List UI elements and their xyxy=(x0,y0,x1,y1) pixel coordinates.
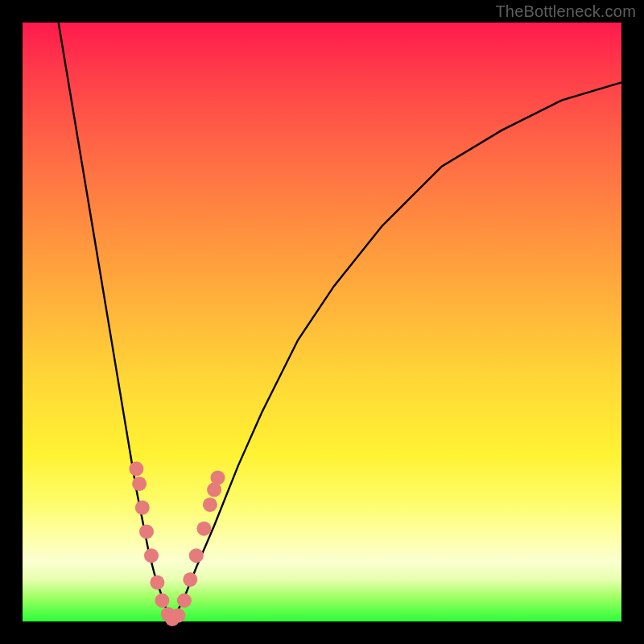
watermark-text: TheBottleneck.com xyxy=(495,2,636,21)
curve-layer xyxy=(23,23,621,621)
curve-left-branch xyxy=(59,23,172,621)
chart-frame: TheBottleneck.com xyxy=(0,0,644,644)
marker-dot xyxy=(150,576,164,590)
marker-dot xyxy=(132,477,147,491)
marker-dot xyxy=(211,470,225,485)
marker-dot xyxy=(129,461,143,476)
marker-dot xyxy=(155,593,169,608)
marker-dot xyxy=(203,497,217,512)
marker-dot xyxy=(135,501,150,515)
marker-dot xyxy=(177,593,192,608)
marker-dot xyxy=(183,572,197,587)
marker-dot xyxy=(171,609,185,623)
marker-dot xyxy=(196,522,211,536)
marker-dot xyxy=(144,548,159,563)
plot-area xyxy=(23,23,621,621)
marker-group xyxy=(129,461,225,626)
marker-dot xyxy=(189,548,204,563)
curve-right-branch xyxy=(172,82,621,621)
marker-dot xyxy=(139,524,154,539)
